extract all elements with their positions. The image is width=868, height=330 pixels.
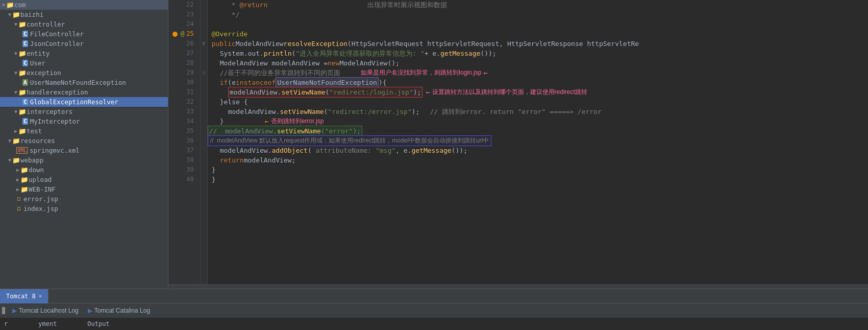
folder-icon: 📁 xyxy=(18,69,27,77)
tree-item-baizhi[interactable]: ▼ 📁 baizhi xyxy=(0,10,168,19)
tree-item-jsoncontroller[interactable]: C JsonController xyxy=(0,39,168,49)
gutter-34 xyxy=(201,116,207,126)
code-line-31: modelAndView.setViewName("redirect:/logi… xyxy=(208,87,868,97)
gutter-25 xyxy=(201,29,207,39)
callout-arrow-34: ← xyxy=(265,116,269,126)
expand-arrow: ▼ xyxy=(14,21,17,27)
jsp-icon: 🗋 xyxy=(16,196,21,202)
code-text: modelAndView.setViewName("redirect:/erro… xyxy=(228,107,420,116)
code-line-30: if (e instanceof UserNameNotFoundExcepti… xyxy=(208,78,868,87)
tree-item-down[interactable]: ▶ 📁 down xyxy=(0,165,168,175)
tree-item-resources[interactable]: ▼ 📁 resources xyxy=(0,136,168,146)
tree-item-test[interactable]: ▶ 📁 test xyxy=(0,126,168,136)
tomcat-tab-close[interactable]: ✕ xyxy=(39,293,42,299)
tree-item-errorjsp[interactable]: 🗋 error.jsp xyxy=(0,194,168,204)
tomcat-catalina-log-btn[interactable]: ▶ Tomcat Catalina Log xyxy=(84,306,154,315)
expand-arrow: ▶ xyxy=(16,167,19,173)
folder-icon: 📁 xyxy=(20,176,29,183)
tree-label: FileController xyxy=(30,30,84,38)
code-line-27: System.out. println ( "进入全局异常处理器获取的异常信息为… xyxy=(208,49,868,58)
tree-item-interceptors[interactable]: ▼ 📁 interceptors xyxy=(0,107,168,116)
code-text: */ xyxy=(212,10,240,19)
tree-item-entity[interactable]: ▼ 📁 entity xyxy=(0,49,168,58)
gutter-39 xyxy=(201,165,207,175)
annotation-text: @Override xyxy=(212,29,247,39)
code-text: ()); xyxy=(480,49,496,58)
method-name: resolveException xyxy=(284,39,348,49)
tree-item-handlerexception[interactable]: ▼ 📁 handlerexception xyxy=(0,87,168,97)
code-line-36: // modelAndView 默认放入request作用域；如果使用redir… xyxy=(208,136,868,146)
tree-label: down xyxy=(29,166,44,174)
xml-icon: XML xyxy=(16,147,28,154)
tomcat-tab-label: Tomcat 8 xyxy=(6,293,36,300)
code-line-23: */ xyxy=(208,10,868,19)
folder-icon: 📁 xyxy=(20,166,29,174)
code-line-33: modelAndView.setViewName("redirect:/erro… xyxy=(208,107,868,116)
tree-item-com[interactable]: ▼ 📁 com xyxy=(0,0,168,10)
tree-item-exception[interactable]: ▼ 📁 exception xyxy=(0,68,168,78)
gutter-26: ▽ xyxy=(201,39,207,49)
tree-item-usernamenotfound[interactable]: A UserNameNotFoundException xyxy=(0,78,168,87)
tree-label: baizhi xyxy=(20,11,43,18)
comment-cn: 基于不同的业务异常跳转到不同的页面 xyxy=(228,68,340,78)
gutter-31 xyxy=(201,87,207,97)
tree-label: com xyxy=(14,1,26,9)
tree-label: exception xyxy=(27,69,61,77)
commented-line-35: // modelAndView.setViewName("error"); xyxy=(208,126,362,136)
commented-line-36: // modelAndView 默认放入request作用域；如果使用redir… xyxy=(208,135,492,146)
tree-label: JsonController xyxy=(30,40,84,48)
tree-item-controller[interactable]: ▼ 📁 controller xyxy=(0,19,168,29)
line-num-28: 28 xyxy=(172,58,196,68)
tree-item-webapp[interactable]: ▼ 📁 webapp xyxy=(0,155,168,165)
code-line-29: // 基于不同的业务异常跳转到不同的页面 如果是用户名没找到异常，则跳转到log… xyxy=(208,68,868,78)
file-tree[interactable]: ▼ 📁 com ▼ 📁 baizhi ▼ 📁 controller C File… xyxy=(0,0,168,289)
tree-label: UserNameNotFoundException xyxy=(30,79,126,86)
params: (HttpServletRequest httpServletRequest, … xyxy=(348,39,639,49)
tree-item-springmvc[interactable]: XML springmvc.xml xyxy=(0,146,168,155)
horizontal-scrollbar[interactable] xyxy=(168,285,868,289)
tree-item-filecontroller[interactable]: C FileController xyxy=(0,29,168,39)
code-text: ( xyxy=(292,49,296,58)
gutter-28 xyxy=(201,58,207,68)
tree-item-upload[interactable]: ▶ 📁 upload xyxy=(0,175,168,184)
code-content: * @return 出现异常时展示视图和数据 */ @Override xyxy=(208,0,868,285)
line-num-22: 22 xyxy=(172,0,196,10)
java-class-icon: C xyxy=(22,31,28,37)
expand-arrow: ▼ xyxy=(14,89,17,95)
line-num-39: 39 xyxy=(172,165,196,175)
folder-icon: 📁 xyxy=(12,11,20,18)
line-num-31: 31 xyxy=(172,87,196,97)
toolbar-divider xyxy=(2,307,5,314)
tree-item-indexjsp[interactable]: 🗋 index.jsp xyxy=(0,204,168,214)
tree-label: handlerexception xyxy=(27,88,88,96)
status-yment: yment xyxy=(38,320,57,327)
code-line-38: return modelAndView; xyxy=(208,155,868,165)
tomcat-tab[interactable]: Tomcat 8 ✕ xyxy=(0,289,48,303)
tree-label: index.jsp xyxy=(23,205,58,213)
code-line-34: } ← 否则跳转到error.jsp xyxy=(208,116,868,126)
callout-text-31: 设置跳转方法以及跳转到哪个页面，建议使用redirect跳转 xyxy=(432,87,587,97)
code-text: + e. xyxy=(425,49,440,58)
code-text: ModelAndView modelAndView = xyxy=(220,58,328,68)
tree-item-webinf[interactable]: ▶ 📁 WEB-INF xyxy=(0,184,168,194)
tomcat-localhost-log-btn[interactable]: ▶ Tomcat Localhost Log xyxy=(8,306,83,315)
folder-icon: 📁 xyxy=(6,1,14,9)
tree-label: resources xyxy=(20,137,55,145)
tree-item-globalexceptionresolver[interactable]: C GlobalExceptionResolver xyxy=(0,97,168,107)
code-line-37: modelAndView.addObject( attributeName: "… xyxy=(208,146,868,155)
java-class-icon: C xyxy=(22,99,28,105)
tree-item-myinterceptor[interactable]: C MyInterceptor xyxy=(0,116,168,126)
status-output: Output xyxy=(87,320,109,327)
tree-item-user[interactable]: C User xyxy=(0,58,168,68)
tree-label: upload xyxy=(29,176,52,183)
gutter-23 xyxy=(201,10,207,19)
gutter-32 xyxy=(201,97,207,107)
comment-text: // xyxy=(220,68,228,78)
log-label: Tomcat Localhost Log xyxy=(19,307,79,314)
code-line-22: * @return 出现异常时展示视图和数据 xyxy=(208,0,868,10)
keyword-new: new xyxy=(328,58,339,68)
gutter-40 xyxy=(201,175,207,184)
tree-label: User xyxy=(30,59,45,67)
line-num-36: 36 xyxy=(172,136,196,146)
inline-comment: // 跳转到error. return "error" =====> /erro… xyxy=(430,107,601,116)
